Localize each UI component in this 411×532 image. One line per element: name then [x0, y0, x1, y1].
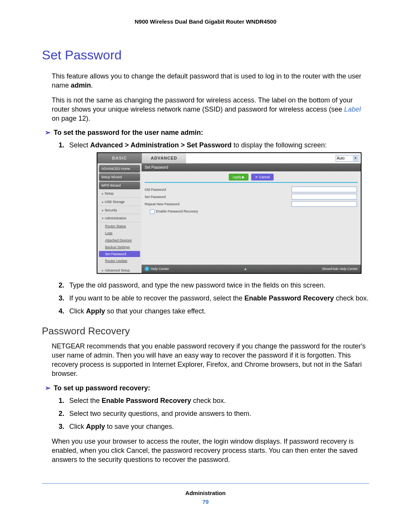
language-select-value: Auto — [337, 156, 345, 161]
text: This is not the same as changing the pas… — [52, 96, 353, 113]
text-bold-admin: admin — [71, 81, 91, 89]
text: to display the following screen: — [231, 141, 327, 149]
sidebar-item-security[interactable]: Security — [99, 207, 140, 214]
panel-footer: ?Help Center ▲ Show/Hide Help Center — [142, 265, 361, 273]
sidebar-sub-router-status[interactable]: Router Status — [99, 223, 140, 229]
label-enable-recovery: Enable Password Recovery — [156, 209, 198, 213]
help-center-label: Help Center — [151, 267, 169, 271]
repeat-password-input[interactable] — [292, 201, 357, 207]
text: check box. — [334, 294, 368, 302]
text: Click — [69, 423, 86, 430]
sidebar-sub-router-update[interactable]: Router Update — [99, 258, 140, 264]
sidebar-item-advanced-setup[interactable]: Advanced Setup — [99, 267, 140, 275]
text-bold: Apply — [86, 423, 105, 430]
text-bold-nav-path: Advanced > Administration > Set Password — [90, 141, 231, 149]
step-2: 2.Select two security questions, and pro… — [59, 409, 369, 418]
sidebar: ADVANCED Home Setup Wizard WPS Wizard Se… — [97, 163, 142, 273]
step-2: 2.Type the old password, and type the ne… — [59, 281, 369, 290]
show-hide-help-link[interactable]: Show/Hide Help Center — [322, 267, 358, 271]
language-select-wrap: Auto ▼ — [336, 153, 361, 163]
language-select[interactable]: Auto ▼ — [336, 155, 359, 162]
panel-button-row: Apply ▶ ✕ Cancel — [142, 171, 361, 182]
step-3: 3. If you want to be able to recover the… — [59, 294, 369, 303]
enable-recovery-checkbox[interactable] — [150, 209, 155, 214]
tab-spacer — [186, 153, 336, 163]
footer-chapter: Administration — [42, 490, 369, 496]
arrow-up-icon[interactable]: ▲ — [244, 266, 247, 272]
sidebar-item-setup-wizard[interactable]: Setup Wizard — [99, 173, 140, 181]
apply-button[interactable]: Apply ▶ — [229, 174, 249, 181]
form-row-set-password: Set Password — [142, 193, 361, 200]
text: If you want to be able to recover the pa… — [69, 294, 244, 302]
text-bold: Apply — [86, 307, 105, 315]
sidebar-item-setup[interactable]: Setup — [99, 190, 140, 198]
subsection-title-password-recovery: Password Recovery — [42, 325, 369, 337]
text: This feature allows you to change the de… — [52, 72, 361, 89]
cancel-button[interactable]: ✕ Cancel — [251, 174, 274, 181]
text: so that your changes take effect. — [105, 307, 206, 315]
task-arrow-icon: ➢ — [45, 384, 51, 392]
text: Type the old password, and type the new … — [69, 281, 325, 289]
sidebar-item-advanced-home[interactable]: ADVANCED Home — [99, 165, 140, 173]
sidebar-item-administration[interactable]: Administration — [99, 215, 140, 222]
text: on page 12). — [52, 115, 90, 122]
text: . — [91, 81, 93, 89]
sidebar-item-usb-storage[interactable]: USB Storage — [99, 198, 140, 206]
text: Click — [69, 307, 86, 315]
steps-list-1: 1. Select Advanced > Administration > Se… — [59, 141, 369, 316]
recovery-paragraph-2: When you use your browser to access the … — [52, 437, 369, 465]
label-repeat-password: Repeat New Password — [145, 202, 217, 206]
cross-ref-link-label[interactable]: Label — [344, 105, 361, 113]
help-center-link[interactable]: ?Help Center — [145, 267, 169, 271]
step-1: 1. Select Advanced > Administration > Se… — [59, 141, 369, 273]
text: Select two security questions, and provi… — [69, 410, 251, 417]
tab-advanced[interactable]: ADVANCED — [142, 153, 186, 163]
sidebar-sub-attached-devices[interactable]: Attached Devices — [99, 237, 140, 243]
form-row-enable-recovery: Enable Password Recovery — [142, 208, 361, 216]
step-4: 4. Click Apply so that your changes take… — [59, 307, 369, 316]
text: to save your changes. — [105, 423, 174, 430]
help-icon: ? — [145, 267, 149, 271]
steps-list-2: 1. Select the Enable Password Recovery c… — [59, 396, 369, 431]
intro-paragraph-1: This feature allows you to change the de… — [52, 72, 369, 90]
text-bold: Enable Password Recovery — [244, 294, 334, 302]
sidebar-sub-backup-settings[interactable]: Backup Settings — [99, 244, 140, 250]
panel-divider — [145, 182, 358, 183]
form-row-old-password: Old Password — [142, 186, 361, 193]
recovery-paragraph-1: NETGEAR recommends that you enable passw… — [52, 342, 369, 379]
sidebar-sub-set-password[interactable]: Set Password — [99, 251, 140, 257]
step-1: 1. Select the Enable Password Recovery c… — [59, 396, 369, 405]
main-panel: Set Password Apply ▶ ✕ Cancel Old Passwo… — [142, 163, 361, 273]
task-label: To set the password for the user name ad… — [54, 129, 203, 136]
task-heading-password-recovery: ➢To set up password recovery: — [45, 384, 369, 392]
document-product-header: N900 Wireless Dual Band Gigabit Router W… — [42, 18, 369, 25]
text-bold: Enable Password Recovery — [102, 397, 191, 404]
sidebar-sub-logs[interactable]: Logs — [99, 230, 140, 236]
footer-page-number: 79 — [42, 498, 369, 505]
label-old-password: Old Password — [145, 187, 217, 192]
intro-paragraph-2: This is not the same as changing the pas… — [52, 96, 369, 123]
text: Select — [69, 141, 90, 149]
task-label: To set up password recovery: — [54, 384, 150, 392]
text: check box. — [191, 397, 226, 404]
chevron-down-icon: ▼ — [353, 156, 358, 161]
section-title-set-password: Set Password — [42, 48, 369, 62]
form-row-repeat-password: Repeat New Password — [142, 200, 361, 208]
panel-title: Set Password — [142, 163, 361, 172]
old-password-input[interactable] — [292, 187, 357, 192]
tab-basic[interactable]: BASIC — [97, 153, 142, 163]
text: Select the — [69, 397, 102, 404]
label-set-password: Set Password — [145, 195, 217, 199]
task-heading-set-password: ➢To set the password for the user name a… — [45, 128, 369, 137]
router-admin-screenshot: BASIC ADVANCED Auto ▼ ADVANCED Home Setu… — [97, 152, 362, 274]
sidebar-item-wps-wizard[interactable]: WPS Wizard — [99, 182, 140, 189]
set-password-input[interactable] — [292, 194, 357, 200]
task-arrow-icon: ➢ — [45, 129, 51, 136]
step-3: 3. Click Apply to save your changes. — [59, 422, 369, 431]
page-footer: Administration 79 — [42, 483, 369, 505]
